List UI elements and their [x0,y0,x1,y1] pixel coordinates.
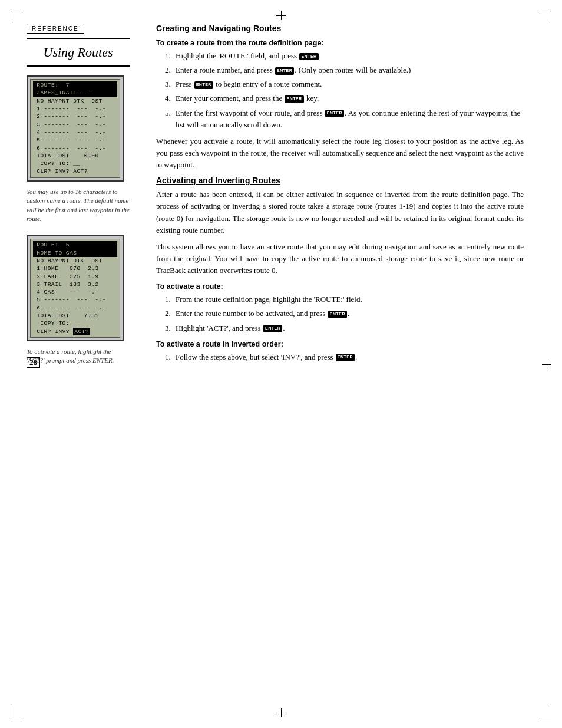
screen1-row-0: ROUTE: 7 [33,81,117,89]
section2-inverted-steps: 1. Follow the steps above, but select 'I… [165,351,524,363]
section2-subsection1-title: To activate a route: [156,282,524,291]
screen2-row-5: 3 TRAIL 183 3.2 [33,281,117,288]
screen1-caption: You may use up to 16 characters to custo… [27,187,130,224]
section1-title: Creating and Navigating Routes [156,24,524,33]
screen2-row-3: 1 HOME 070 2.3 [33,265,117,272]
screen1-row-4: 2 ------- --- -.- [33,113,117,120]
section2-title: Activating and Inverting Routes [156,176,524,185]
screen1-row-11: CLR? INV? ACT? [33,167,117,175]
reference-label: REFERENCE [27,24,84,34]
screen2-row-4: 2 LAKE 325 1.9 [33,273,117,281]
screen2-row-2: NO HAYPNT DTK DST [33,257,117,265]
step-num: 4. [165,93,176,104]
section2-body2: This system allows you to have an active… [156,241,524,276]
section1-steps: 1. Highlight the 'ROUTE:' field, and pre… [165,50,524,131]
left-sidebar: REFERENCE Using Routes ROUTE: 7 JAMES_TR… [27,24,130,377]
enter-key-icon: ENTER [336,354,355,361]
list-item: 1. Follow the steps above, but select 'I… [165,351,524,363]
step-num: 5. [165,107,176,119]
list-item: 3. Press ENTER to begin entry of a route… [165,78,524,90]
enter-key-icon: ENTER [263,325,282,332]
step-content: Enter the route number to be activated, … [176,308,524,319]
screen2-row-0: ROUTE: 5 [33,241,117,249]
enter-key-icon: ENTER [325,110,344,117]
section2-steps: 1. From the route definition page, highl… [165,294,524,334]
list-item: 4. Enter your comment, and press the ENT… [165,93,524,104]
enter-key-icon: ENTER [299,53,318,61]
enter-key-icon: ENTER [328,311,347,318]
main-content: Creating and Navigating Routes To create… [156,24,535,363]
step-num: 1. [165,50,176,62]
step-num: 3. [165,78,176,90]
screen2-row-7: 5 ------- --- -.- [33,296,117,304]
step-num: 2. [165,64,176,76]
list-item: 1. From the route definition page, highl… [165,294,524,305]
screen1-row-7: 5 ------- --- -.- [33,136,117,144]
section1-subsection1-title: To create a route from the route definit… [156,39,524,47]
section2-body1: After a route has been entered, it can b… [156,189,524,236]
corner-mark-br [534,700,551,717]
list-item: 2. Enter a route number, and press ENTER… [165,64,524,76]
screen1-row-5: 3 ------- --- -.- [33,121,117,129]
step-content: Highlight the 'ROUTE:' field, and press … [176,50,524,62]
list-item: 3. Highlight 'ACT?', and press ENTER. [165,322,524,334]
screen1-row-1: JAMES_TRAIL---- [33,89,117,97]
screen2-caption: To activate a route, highlight the 'ACT?… [27,347,130,365]
step-num: 1. [165,351,176,363]
step-num: 1. [165,294,176,305]
step-content: Follow the steps above, but select 'INV?… [176,351,524,363]
corner-mark-bl [11,700,28,717]
screen1-row-6: 4 ------- --- -.- [33,129,117,136]
step-content: From the route definition page, highligh… [176,294,524,305]
screen1-row-3: 1 ------- --- -.- [33,105,117,113]
page-number: 28 [27,357,40,368]
crosshair-bottom [276,708,286,717]
screen2-row-10: COPY TO: __ [33,319,117,327]
list-item: 2. Enter the route number to be activate… [165,308,524,319]
section2-subsection2-title: To activate a route in inverted order: [156,340,524,348]
enter-key-icon: ENTER [285,95,303,103]
gps-screen-1: ROUTE: 7 JAMES_TRAIL---- NO HAYPNT DTK D… [27,75,124,182]
list-item: 1. Highlight the 'ROUTE:' field, and pre… [165,50,524,62]
step-content: Enter the first waypoint of your route, … [176,107,524,131]
page-title: Using Routes [27,38,130,67]
step-content: Enter your comment, and press the ENTER … [176,93,524,104]
screen2-row-9: TOTAL DST 7.31 [33,312,117,319]
enter-key-icon: ENTER [275,67,294,75]
screen2-row-8: 6 ------- --- -.- [33,304,117,312]
screen2-row-6: 4 GAS --- -.- [33,288,117,296]
screen1-row-9: TOTAL DST 0.00 [33,152,117,160]
gps-screen-2: ROUTE: 5 HOME TO GAS NO HAYPNT DTK DST 1… [27,235,124,341]
screen2-row-11: CLR? INV? ACT? [33,328,117,335]
step-content: Highlight 'ACT?', and press ENTER. [176,322,524,334]
step-num: 2. [165,308,176,319]
step-content: Enter a route number, and press ENTER. (… [176,64,524,76]
enter-key-icon: ENTER [194,81,213,89]
list-item: 5. Enter the first waypoint of your rout… [165,107,524,131]
screen2-row-1: HOME TO GAS [33,249,117,257]
section1-body1: Whenever you activate a route, it will a… [156,136,524,171]
step-content: Press ENTER to begin entry of a route co… [176,78,524,90]
screen1-row-8: 6 ------- --- -.- [33,144,117,152]
step-num: 3. [165,322,176,334]
screen1-row-2: NO HAYPNT DTK DST [33,97,117,105]
screen1-row-10: COPY TO: __ [33,160,117,167]
